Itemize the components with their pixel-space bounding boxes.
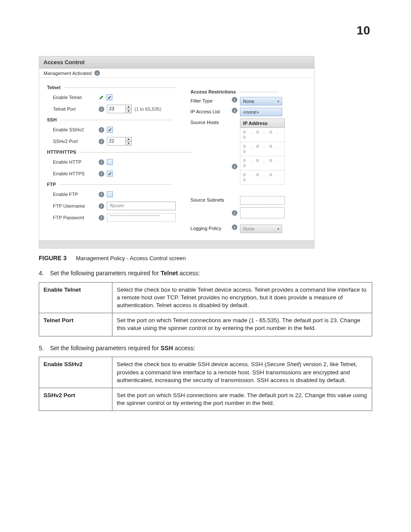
ssh-port-input[interactable]: 22 ▲▼ — [107, 137, 132, 146]
enable-http-checkbox[interactable] — [107, 159, 113, 165]
step-text-after: access: — [178, 270, 200, 277]
ip-access-list-value: <none> — [243, 109, 259, 115]
enable-ssh-label: Enable SSHv2 — [53, 127, 96, 132]
logging-policy-value: None — [243, 226, 254, 231]
panel-footer — [39, 240, 314, 248]
enable-telnet-checkbox[interactable] — [106, 94, 112, 100]
enable-https-checkbox[interactable] — [107, 171, 113, 177]
spinner-up-icon[interactable]: ▲ — [126, 137, 131, 142]
ftp-username-input[interactable]: ftpuser — [107, 202, 176, 210]
ftp-password-label: FTP Password — [53, 215, 96, 220]
ip-row[interactable]: 0 . 0 . 0 . 0 — [240, 171, 285, 185]
panel-subtitle: Management Activated — [44, 71, 92, 76]
step-text-before: Set the following parameters required fo… — [50, 345, 161, 352]
group-telnet: Telnet — [47, 85, 184, 90]
info-icon[interactable]: i — [99, 215, 104, 221]
group-ftp: FTP — [47, 182, 184, 187]
ip-row[interactable]: 0 . 0 . 0 . 0 — [240, 142, 285, 156]
info-icon[interactable]: i — [232, 210, 237, 216]
spinner-down-icon[interactable]: ▼ — [126, 142, 131, 146]
step-5: 5. Set the following parameters required… — [39, 344, 372, 353]
enable-https-label: Enable HTTPS — [53, 171, 96, 176]
figure-number: FIGURE 3 — [39, 255, 67, 261]
info-icon[interactable]: i — [94, 70, 100, 76]
table-row: Enable Telnet Select the check box to en… — [39, 282, 372, 313]
step-text-after: access: — [173, 345, 195, 352]
ip-row[interactable]: 0 . 0 . 0 . 0 — [240, 156, 285, 171]
telnet-port-label: Telnet Port — [53, 106, 96, 112]
subnet-extra-box[interactable] — [240, 207, 285, 218]
ftp-password-input[interactable]: ************************************ — [107, 213, 176, 222]
step-text-bold: Telnet — [161, 270, 178, 277]
source-hosts-label: Source Hosts — [190, 118, 229, 125]
spinner-up-icon[interactable]: ▲ — [126, 105, 131, 109]
info-icon[interactable]: i — [232, 108, 237, 113]
info-icon[interactable]: i — [99, 139, 104, 144]
filter-type-dropdown[interactable]: None ▾ — [240, 97, 282, 106]
panel-right-column: Access Restrictions Filter Type i None ▾… — [188, 78, 314, 240]
ssh-port-label: SSHv2 Port — [53, 139, 96, 144]
info-icon[interactable]: i — [232, 224, 237, 230]
step-number: 4. — [39, 269, 48, 278]
ip-address-header: IP Address — [240, 118, 285, 128]
enable-telnet-label: Enable Telnet — [53, 95, 96, 100]
cell-label: Enable SSHv2 — [39, 357, 112, 388]
ssh-port-value[interactable]: 22 — [107, 137, 125, 145]
source-hosts-table: IP Address 0 . 0 . 0 . 0 0 . 0 . 0 . 0 0… — [240, 118, 285, 185]
ip-access-list-dropdown[interactable]: <none> — [240, 108, 282, 116]
info-icon[interactable]: i — [99, 192, 104, 197]
pencil-icon[interactable] — [99, 95, 104, 100]
info-icon[interactable]: i — [99, 171, 104, 177]
info-icon[interactable]: i — [232, 164, 237, 169]
panel-left-column: Telnet Enable Telnet Telnet Port i 23 ▲▼… — [39, 78, 188, 240]
ip-row[interactable]: 0 . 0 . 0 . 0 — [240, 128, 285, 142]
info-icon[interactable]: i — [99, 203, 104, 209]
group-ssh: SSH — [47, 117, 184, 122]
spinner-down-icon[interactable]: ▼ — [126, 109, 131, 113]
enable-ssh-checkbox[interactable] — [107, 127, 113, 133]
table-row: Enable SSHv2 Select the check box to ena… — [39, 357, 372, 388]
table-row: SSHv2 Port Set the port on which SSH con… — [39, 388, 372, 411]
ftp-username-label: FTP Username — [53, 203, 96, 208]
chevron-down-icon: ▾ — [277, 100, 279, 103]
page-number: 10 — [357, 24, 370, 37]
info-icon[interactable]: i — [99, 127, 104, 133]
step-number: 5. — [39, 344, 48, 353]
cell-desc: Set the port on which SSH connections ar… — [112, 388, 372, 411]
cell-label: Telnet Port — [39, 313, 112, 336]
logging-policy-dropdown[interactable]: None ▾ — [240, 224, 282, 233]
source-subnets-label: Source Subnets — [190, 196, 229, 202]
filter-type-label: Filter Type — [190, 97, 229, 103]
enable-ftp-label: Enable FTP — [53, 192, 96, 197]
cell-desc: Select the check box to enable Telnet de… — [112, 282, 372, 313]
telnet-port-hint: (1 to 65,535) — [134, 106, 161, 112]
info-icon[interactable]: i — [232, 97, 237, 103]
filter-type-value: None — [243, 99, 254, 104]
chevron-down-icon: ▾ — [277, 227, 279, 231]
enable-ftp-checkbox[interactable] — [107, 191, 113, 197]
figure-text: Management Policy - Access Control scree… — [76, 255, 186, 261]
group-restrictions: Access Restrictions — [190, 89, 314, 94]
ip-access-list-label: IP Access List — [190, 108, 229, 114]
figure-caption: FIGURE 3 Management Policy - Access Cont… — [39, 255, 372, 261]
telnet-params-table: Enable Telnet Select the check box to en… — [39, 282, 372, 336]
info-icon[interactable]: i — [99, 106, 104, 112]
enable-http-label: Enable HTTP — [53, 159, 96, 165]
panel-subtitle-row: Management Activated i — [39, 68, 314, 78]
panel-title: Access Control — [39, 56, 314, 68]
cell-label: Enable Telnet — [39, 282, 112, 313]
telnet-port-value[interactable]: 23 — [107, 105, 125, 113]
info-icon[interactable]: i — [99, 159, 104, 165]
step-text-before: Set the following parameters required fo… — [50, 270, 161, 277]
table-row: Telnet Port Set the port on which Telnet… — [39, 313, 372, 336]
subnet-input[interactable]: . . . — [240, 196, 285, 205]
group-http: HTTP/HTTPS — [47, 149, 184, 155]
logging-policy-label: Logging Policy — [190, 224, 229, 231]
telnet-port-input[interactable]: 23 ▲▼ — [107, 105, 132, 113]
cell-label: SSHv2 Port — [39, 388, 112, 411]
step-text-bold: SSH — [161, 345, 173, 352]
cell-desc: Select the check box to enable SSH devic… — [112, 357, 372, 388]
step-4: 4. Set the following parameters required… — [39, 269, 372, 278]
access-control-panel: Access Control Management Activated i Te… — [39, 56, 314, 249]
cell-desc: Set the port on which Telnet connections… — [112, 313, 372, 336]
